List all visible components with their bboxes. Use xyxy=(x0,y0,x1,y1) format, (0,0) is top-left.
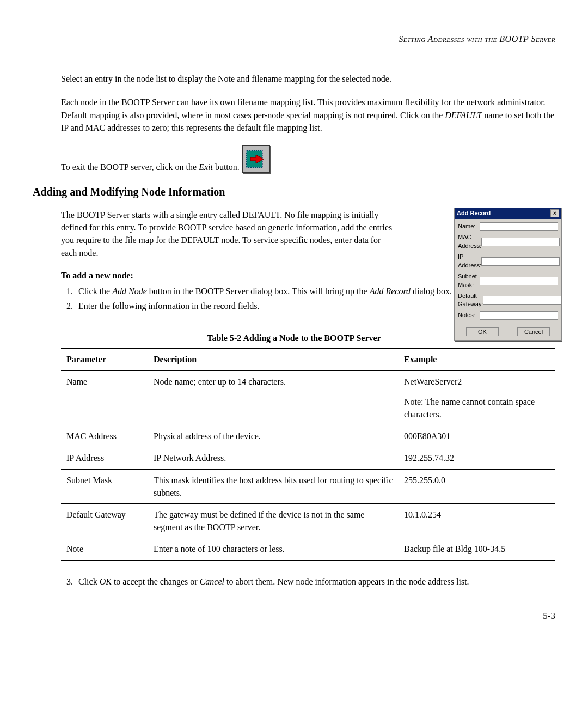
running-header: Setting Addresses with the BOOTP Server xyxy=(33,33,555,45)
input-mac[interactable] xyxy=(481,238,560,246)
cell-desc: Physical address of the device. xyxy=(148,425,399,447)
add-record-dialog: Add Record × Name: MAC Address: IP Addre… xyxy=(454,208,562,341)
table-row: Note Enter a note of 100 characters or l… xyxy=(61,538,555,561)
dialog-body: Name: MAC Address: IP Address: Subnet Ma… xyxy=(455,219,561,325)
table-header-row: Parameter Description Example xyxy=(61,348,555,370)
label-notes: Notes: xyxy=(458,311,480,320)
ok-button[interactable]: OK xyxy=(466,327,499,336)
steps-continued: Click OK to accept the changes or Cancel… xyxy=(61,575,555,588)
input-notes[interactable] xyxy=(480,311,558,320)
text: Click the xyxy=(78,287,112,296)
exit-word: Exit xyxy=(199,162,213,172)
table-row: Subnet Mask This mask identifies the hos… xyxy=(61,469,555,503)
cell-param: Subnet Mask xyxy=(61,469,148,503)
dialog-titlebar: Add Record × xyxy=(455,208,561,219)
cell-example: NetWareServer2 Note: The name cannot con… xyxy=(399,370,555,425)
label-ip: IP Address: xyxy=(458,253,481,270)
col-example: Example xyxy=(399,348,555,370)
cancel-word: Cancel xyxy=(200,577,224,586)
cell-param: Note xyxy=(61,538,148,561)
exit-line: To exit the BOOTP server, click on the E… xyxy=(61,145,555,173)
add-record-word: Add Record xyxy=(370,287,411,296)
cell-example: 192.255.74.32 xyxy=(399,447,555,469)
cell-example: 000E80A301 xyxy=(399,425,555,447)
step-3: Click OK to accept the changes or Cancel… xyxy=(75,575,555,588)
page-number: 5-3 xyxy=(33,610,555,623)
label-mac: MAC Address: xyxy=(458,233,481,251)
ok-word: OK xyxy=(100,577,112,586)
example-note: Note: The name cannot contain space char… xyxy=(404,395,550,421)
parameters-table: Parameter Description Example Name Node … xyxy=(61,348,555,561)
table-row: Name Node name; enter up to 14 character… xyxy=(61,370,555,425)
label-gateway: Default Gateway: xyxy=(458,292,483,309)
cell-example: Backup file at Bldg 100-34.5 xyxy=(399,538,555,561)
text: to accept the changes or xyxy=(112,577,200,586)
text: Click xyxy=(78,577,100,586)
text: NetWareServer2 xyxy=(404,377,462,386)
input-gateway[interactable] xyxy=(483,296,561,305)
cancel-button[interactable]: Cancel xyxy=(517,327,550,336)
text: button. xyxy=(213,162,240,172)
default-word: DEFAULT xyxy=(445,111,482,120)
text: to abort them. New node information appe… xyxy=(224,577,469,586)
cell-desc: IP Network Address. xyxy=(148,447,399,469)
intro-para-1: Select an entry in the node list to disp… xyxy=(61,72,555,85)
section-intro: The BOOTP Server starts with a single en… xyxy=(61,209,393,259)
table-row: MAC Address Physical address of the devi… xyxy=(61,425,555,447)
input-ip[interactable] xyxy=(481,257,560,266)
input-subnet[interactable] xyxy=(480,277,558,285)
label-name: Name: xyxy=(458,222,480,231)
cell-param: MAC Address xyxy=(61,425,148,447)
cell-example: 10.1.0.254 xyxy=(399,503,555,538)
input-name[interactable] xyxy=(480,222,558,231)
text: To exit the BOOTP server, click on the xyxy=(61,162,199,172)
cell-param: Name xyxy=(61,370,148,425)
table-row: Default Gateway The gateway must be defi… xyxy=(61,503,555,538)
label-subnet: Subnet Mask: xyxy=(458,272,480,290)
section-heading: Adding and Modifying Node Information xyxy=(33,184,555,200)
dialog-title-text: Add Record xyxy=(457,209,491,218)
cell-desc: Node name; enter up to 14 characters. xyxy=(148,370,399,425)
text: button in the BOOTP Server dialog box. T… xyxy=(147,287,370,296)
col-description: Description xyxy=(148,348,399,370)
exit-icon xyxy=(242,145,270,173)
cell-desc: The gateway must be defined if the devic… xyxy=(148,503,399,538)
intro-para-2: Each node in the BOOTP Server can have i… xyxy=(61,96,555,134)
text: dialog box. xyxy=(411,287,452,296)
table-row: IP Address IP Network Address. 192.255.7… xyxy=(61,447,555,469)
add-node-word: Add Node xyxy=(112,287,147,296)
close-icon[interactable]: × xyxy=(550,209,559,217)
cell-example: 255.255.0.0 xyxy=(399,469,555,503)
cell-desc: Enter a note of 100 characters or less. xyxy=(148,538,399,561)
cell-param: IP Address xyxy=(61,447,148,469)
col-parameter: Parameter xyxy=(61,348,148,370)
cell-desc: This mask identifies the host address bi… xyxy=(148,469,399,503)
cell-param: Default Gateway xyxy=(61,503,148,538)
